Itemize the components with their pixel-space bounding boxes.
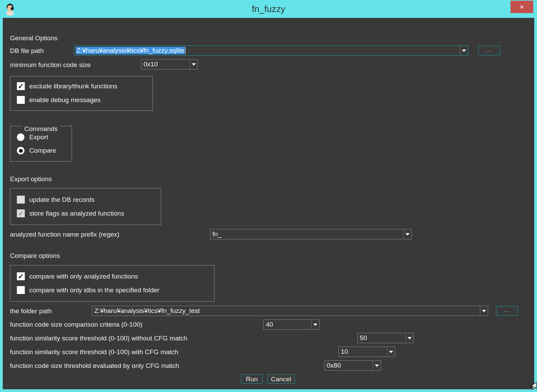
- checkbox-label: exclude library/thunk functions: [29, 83, 117, 90]
- param-combo-code-size-criteria[interactable]: 40: [263, 319, 319, 330]
- checkbox-exclude-library-thunk[interactable]: ✓ exclude library/thunk functions: [17, 82, 117, 90]
- commands-legend: Commands: [22, 125, 60, 133]
- db-file-path-label: DB file path: [10, 47, 44, 55]
- checkbox-compare-only-analyzed[interactable]: ✓ compare with only analyzed functions: [17, 272, 138, 280]
- chevron-down-icon: [389, 351, 393, 353]
- checkbox-box: ✓: [17, 82, 25, 90]
- chevron-down-icon: [192, 63, 196, 66]
- radio-circle: [17, 147, 24, 154]
- folder-path-combo[interactable]: Z:¥haru¥analysis¥tics¥fn_fuzzy_test: [92, 306, 488, 316]
- param-value: 10: [339, 347, 387, 357]
- db-file-path-browse-button[interactable]: ...: [478, 46, 500, 55]
- radio-label: Export: [29, 133, 48, 141]
- param-combo-similarity-with-cfg[interactable]: 10: [338, 347, 395, 357]
- checkbox-update-db-records: ✓ update the DB records: [17, 196, 95, 204]
- param-dropdown[interactable]: [387, 347, 395, 357]
- chevron-down-icon: [313, 324, 317, 326]
- radio-export[interactable]: Export: [17, 133, 48, 141]
- checkbox-box: ✓: [17, 96, 25, 104]
- chevron-down-icon: [408, 337, 412, 339]
- min-code-size-dropdown[interactable]: [190, 59, 198, 69]
- prefix-regex-combo[interactable]: fn_: [210, 229, 412, 239]
- chevron-down-icon: [462, 50, 466, 52]
- folder-path-browse-button[interactable]: ...: [496, 306, 518, 316]
- chevron-down-icon: [406, 233, 410, 236]
- checkbox-label: update the DB records: [29, 196, 95, 204]
- section-export-options: Export options: [10, 175, 52, 183]
- checkbox-box: ✓: [17, 286, 25, 294]
- min-code-size-combo[interactable]: 0x10: [141, 59, 198, 69]
- param-label-similarity-with-cfg: function similarity score threshold (0-1…: [10, 348, 178, 356]
- param-dropdown[interactable]: [373, 361, 381, 370]
- param-label-code-size-criteria: function code size comparison criteria (…: [10, 320, 142, 329]
- export-checkbox-group: [10, 188, 161, 225]
- param-value: 50: [358, 333, 406, 343]
- checkbox-label: enable debug messages: [29, 96, 101, 104]
- radio-label: Compare: [29, 147, 56, 154]
- checkbox-box: ✓: [17, 209, 25, 217]
- run-button[interactable]: Run: [241, 374, 263, 384]
- folder-path-label: the folder path: [10, 307, 52, 315]
- selected-text: Z:¥haru¥analysis¥tics¥fn_fuzzy.sqlite: [76, 47, 185, 54]
- close-button[interactable]: ×: [510, 1, 533, 13]
- titlebar[interactable]: fn_fuzzy ×: [0, 0, 537, 18]
- param-value: 40: [264, 320, 311, 329]
- checkbox-enable-debug[interactable]: ✓ enable debug messages: [17, 96, 101, 104]
- checkbox-box: ✓: [17, 272, 25, 280]
- checkbox-box: ✓: [17, 196, 25, 204]
- mouse-cursor-icon: [528, 382, 537, 392]
- section-compare-options: Compare options: [10, 252, 60, 260]
- db-file-path-dropdown[interactable]: [460, 46, 468, 55]
- checkbox-compare-only-idbs[interactable]: ✓ compare with only idbs in the specifie…: [17, 286, 159, 294]
- checkbox-label: compare with only analyzed functions: [29, 273, 138, 280]
- min-code-size-value: 0x10: [141, 59, 190, 69]
- folder-path-dropdown[interactable]: [480, 306, 488, 316]
- param-label-code-size-cfg-only: function code size threshold evaluated b…: [10, 362, 179, 370]
- param-combo-code-size-cfg-only[interactable]: 0x80: [324, 360, 381, 371]
- radio-compare[interactable]: Compare: [17, 147, 56, 154]
- cancel-button[interactable]: Cancel: [267, 374, 295, 384]
- min-code-size-label: minimum function code size: [10, 61, 91, 69]
- radio-circle: [17, 133, 24, 141]
- chevron-down-icon: [482, 310, 486, 312]
- param-combo-similarity-without-cfg[interactable]: 50: [357, 333, 414, 343]
- db-file-path-combo[interactable]: Z:¥haru¥analysis¥tics¥fn_fuzzy.sqlite: [74, 45, 468, 56]
- param-dropdown[interactable]: [311, 320, 319, 329]
- chevron-down-icon: [375, 364, 379, 367]
- checkbox-label: store flags as analyzed functions: [29, 210, 124, 217]
- db-file-path-value: Z:¥haru¥analysis¥tics¥fn_fuzzy.sqlite: [74, 46, 460, 55]
- checkbox-store-flags-analyzed: ✓ store flags as analyzed functions: [17, 209, 124, 217]
- param-value: 0x80: [325, 361, 373, 370]
- param-dropdown[interactable]: [406, 333, 413, 343]
- section-general-options: General Options: [10, 34, 57, 42]
- folder-path-value: Z:¥haru¥analysis¥tics¥fn_fuzzy_test: [92, 306, 480, 316]
- general-checkbox-group: [10, 76, 153, 111]
- window-title: fn_fuzzy: [0, 4, 537, 14]
- prefix-regex-label: analyzed function name prefix (regex): [10, 230, 119, 239]
- checkbox-label: compare with only idbs in the specified …: [29, 286, 159, 294]
- prefix-regex-dropdown[interactable]: [403, 229, 411, 239]
- param-label-similarity-without-cfg: function similarity score threshold (0-1…: [10, 334, 187, 342]
- text-caret: [185, 47, 186, 54]
- commands-group: Commands: [10, 126, 72, 162]
- close-icon: ×: [520, 3, 524, 11]
- prefix-regex-value: fn_: [210, 229, 403, 239]
- compare-checkbox-group: [10, 265, 214, 302]
